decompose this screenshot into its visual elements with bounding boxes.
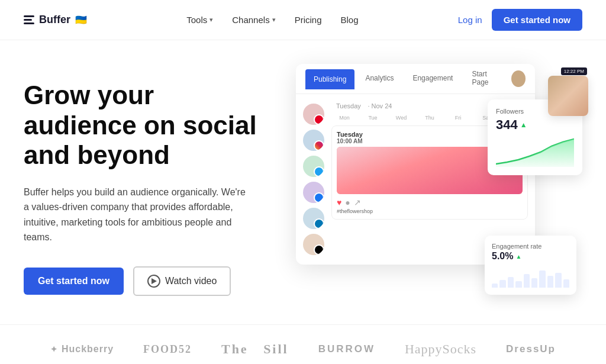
hero-section: Grow your audience on social and beyond … xyxy=(0,40,606,324)
channel-facebook[interactable] xyxy=(303,182,324,203)
brand-food52: FOOD52 xyxy=(143,343,192,356)
channel-sidebar xyxy=(303,101,324,257)
nav-items: Tools ▾ Channels ▾ Pricing Blog xyxy=(186,15,358,25)
engagement-chart xyxy=(492,266,569,288)
huckberry-icon: ✦ xyxy=(50,344,58,354)
share-icon: ↗ xyxy=(354,198,361,207)
brand-the-sill: The Sill xyxy=(221,342,289,357)
engagement-trend-icon: ▲ xyxy=(515,253,521,260)
like-icon: ♥ xyxy=(337,198,341,207)
nav-pricing[interactable]: Pricing xyxy=(295,15,322,25)
login-button[interactable]: Log in xyxy=(458,15,482,25)
tab-startpage[interactable]: Start Page xyxy=(463,64,509,94)
bar-3 xyxy=(508,277,514,288)
dashboard-mockup: Publishing Analytics Engagement Start Pa… xyxy=(296,64,582,313)
bar-5 xyxy=(524,274,530,288)
nav-cta-button[interactable]: Get started now xyxy=(492,9,582,31)
day-fri: Fri xyxy=(445,115,471,121)
day-thu: Thu xyxy=(417,115,443,121)
engagement-card: Engagement rate 5.0% ▲ xyxy=(485,236,576,295)
post-actions: ♥ ● ↗ xyxy=(337,198,523,207)
dashboard-tabs: Publishing Analytics Engagement Start Pa… xyxy=(296,64,535,94)
play-icon xyxy=(147,275,160,288)
bar-10 xyxy=(563,279,569,288)
ukraine-flag: 🇺🇦 xyxy=(75,14,87,25)
dot-icon: ● xyxy=(345,198,350,207)
trend-up-icon: ▲ xyxy=(520,121,527,129)
hero-description: Buffer helps you build an audience organ… xyxy=(24,185,249,245)
followers-chart xyxy=(496,137,574,167)
brand-happy-socks: HappySocks xyxy=(405,342,476,357)
time-badge: 12:22 PM xyxy=(561,67,587,75)
nav-blog[interactable]: Blog xyxy=(341,15,359,25)
brand-dressup: DressUp xyxy=(506,343,556,355)
hero-buttons: Get started now Watch video xyxy=(24,266,272,296)
analytics-value: 344 ▲ xyxy=(496,117,574,133)
navbar: Buffer 🇺🇦 Tools ▾ Channels ▾ Pricing Blo… xyxy=(0,0,606,40)
hero-title: Grow your audience on social and beyond xyxy=(24,80,272,170)
bar-1 xyxy=(492,284,498,288)
user-avatar xyxy=(511,70,526,87)
nav-channels[interactable]: Channels ▾ xyxy=(232,15,275,25)
nav-tools[interactable]: Tools ▾ xyxy=(186,15,213,25)
logo-text: Buffer xyxy=(39,14,70,26)
engagement-value: 5.0% ▲ xyxy=(492,251,569,262)
logo-icon xyxy=(24,15,34,24)
day-wed: Wed xyxy=(388,115,414,121)
hero-cta-button[interactable]: Get started now xyxy=(24,268,124,295)
tab-analytics[interactable]: Analytics xyxy=(357,68,402,89)
day-tue: Tue xyxy=(360,115,386,121)
bar-7 xyxy=(539,270,545,288)
brand-burrow: BURROW xyxy=(318,343,375,355)
play-triangle xyxy=(152,278,157,284)
bar-9 xyxy=(555,273,561,288)
bar-4 xyxy=(515,281,521,288)
chevron-down-icon: ▾ xyxy=(209,16,213,24)
watch-video-button[interactable]: Watch video xyxy=(133,266,231,296)
channel-instagram[interactable] xyxy=(303,130,324,151)
tab-publishing[interactable]: Publishing xyxy=(305,69,354,89)
channel-tiktok[interactable] xyxy=(303,234,324,255)
logo[interactable]: Buffer 🇺🇦 xyxy=(24,14,87,26)
bar-6 xyxy=(531,278,537,288)
bar-8 xyxy=(547,276,553,288)
tab-engagement[interactable]: Engagement xyxy=(404,68,461,89)
chevron-down-icon: ▾ xyxy=(272,16,276,24)
bar-2 xyxy=(499,280,505,288)
nav-right: Log in Get started now xyxy=(458,9,582,31)
brand-logos: ✦ Huckberry FOOD52 The Sill BURROW Happy… xyxy=(0,324,606,364)
day-mon: Mon xyxy=(331,115,357,121)
channel-twitter[interactable] xyxy=(303,156,324,177)
channel-linkedin[interactable] xyxy=(303,208,324,229)
post-hashtag: #theflowershop xyxy=(337,208,523,214)
hero-content: Grow your audience on social and beyond … xyxy=(24,80,272,296)
small-photo-card xyxy=(548,76,588,116)
channel-pinterest[interactable] xyxy=(303,104,324,125)
brand-huckberry: ✦ Huckberry xyxy=(50,344,114,355)
small-photo xyxy=(548,76,588,116)
